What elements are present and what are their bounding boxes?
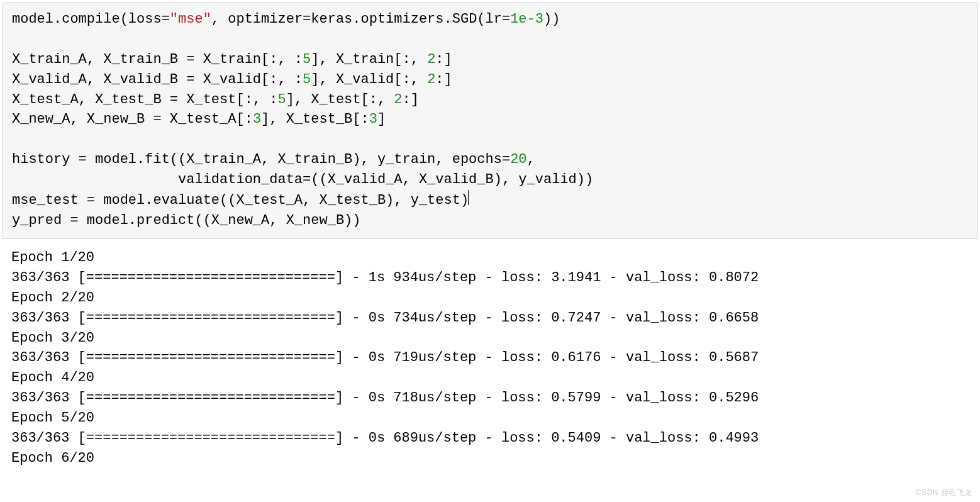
- string-literal: "mse": [170, 11, 211, 27]
- code: model.compile(loss=: [12, 11, 170, 27]
- code: X_train_A, X_train_B = X_train[:, :: [12, 52, 303, 67]
- output-line: Epoch 2/20: [11, 290, 94, 306]
- code: X_new_A, X_new_B = X_test_A[:: [12, 111, 253, 127]
- output-line: 363/363 [==============================]…: [11, 270, 759, 286]
- code-line-11: y_pred = model.predict((X_new_A, X_new_B…: [12, 213, 361, 228]
- code-cell[interactable]: model.compile(loss="mse", optimizer=kera…: [3, 3, 977, 239]
- code: ], X_train[:,: [311, 52, 427, 67]
- output-line: 363/363 [==============================]…: [11, 310, 759, 326]
- text-cursor: [468, 190, 469, 205]
- code: , optimizer=keras.optimizers.SGD(lr=: [211, 11, 510, 27]
- code: :]: [435, 52, 452, 67]
- code-line-1: model.compile(loss="mse", optimizer=kera…: [12, 11, 560, 27]
- number-literal: 5: [303, 52, 311, 67]
- number-literal: 3: [369, 111, 377, 127]
- output-line: Epoch 5/20: [11, 410, 94, 426]
- code-line-4: X_valid_A, X_valid_B = X_valid[:, :5], X…: [12, 72, 452, 87]
- number-literal: 3: [253, 111, 261, 127]
- code: mse_test = model.evaluate((X_test_A, X_t…: [12, 192, 469, 208]
- code: ,: [527, 152, 535, 167]
- number-literal: 1e-3: [510, 11, 543, 27]
- code: )): [543, 11, 560, 27]
- code: ], X_test[:,: [286, 92, 394, 108]
- output-line: Epoch 4/20: [11, 370, 94, 386]
- code: :]: [403, 92, 419, 108]
- number-literal: 2: [427, 52, 435, 67]
- output-line: 363/363 [==============================]…: [11, 350, 759, 365]
- code-line-3: X_train_A, X_train_B = X_train[:, :5], X…: [12, 52, 452, 67]
- code-line-5: X_test_A, X_test_B = X_test[:, :5], X_te…: [12, 92, 419, 108]
- output-line: Epoch 6/20: [11, 450, 94, 466]
- code-line-8: history = model.fit((X_train_A, X_train_…: [12, 152, 535, 167]
- code: ]: [377, 111, 386, 127]
- code: ], X_test_B[:: [261, 111, 369, 127]
- code: :]: [435, 72, 452, 87]
- output-line: 363/363 [==============================]…: [11, 390, 759, 406]
- output-line: 363/363 [==============================]…: [11, 430, 759, 446]
- notebook-wrap: model.compile(loss="mse", optimizer=kera…: [0, 0, 977, 469]
- code-line-6: X_new_A, X_new_B = X_test_A[:3], X_test_…: [12, 111, 386, 127]
- code-line-10: mse_test = model.evaluate((X_test_A, X_t…: [12, 192, 469, 208]
- number-literal: 2: [394, 92, 402, 108]
- number-literal: 2: [427, 72, 435, 87]
- number-literal: 20: [510, 152, 526, 167]
- code: history = model.fit((X_train_A, X_train_…: [12, 152, 510, 167]
- number-literal: 5: [303, 72, 311, 87]
- output-line: Epoch 3/20: [11, 330, 94, 346]
- code: X_test_A, X_test_B = X_test[:, :: [12, 92, 277, 108]
- output-line: Epoch 1/20: [11, 250, 94, 265]
- number-literal: 5: [277, 92, 286, 108]
- code: ], X_valid[:,: [311, 72, 427, 87]
- code: X_valid_A, X_valid_B = X_valid[:, :: [12, 72, 303, 87]
- output-cell: Epoch 1/20 363/363 [====================…: [3, 239, 977, 469]
- code-line-9: validation_data=((X_valid_A, X_valid_B),…: [12, 172, 593, 187]
